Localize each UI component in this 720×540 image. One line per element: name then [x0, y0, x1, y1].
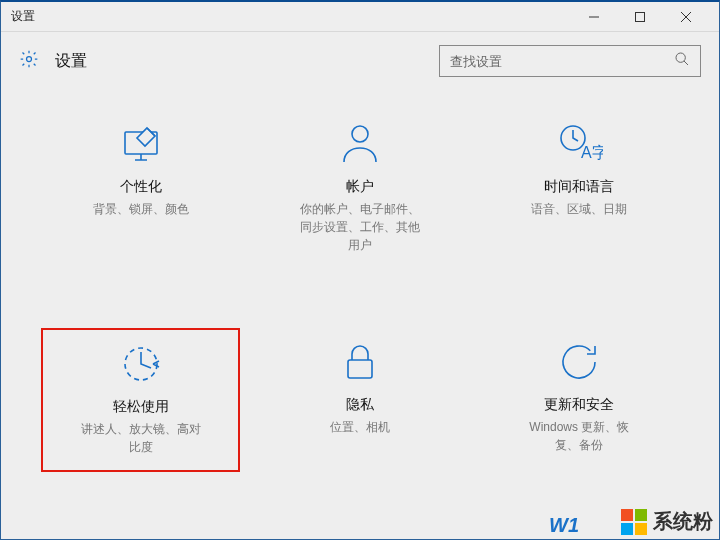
- close-button[interactable]: [663, 2, 709, 32]
- tile-accounts[interactable]: 帐户 你的帐户、电子邮件、 同步设置、工作、其他 用户: [260, 110, 459, 268]
- tile-title: 帐户: [346, 178, 374, 196]
- search-icon: [674, 51, 690, 71]
- tile-personalization[interactable]: 个性化 背景、锁屏、颜色: [41, 110, 240, 268]
- tile-update-security[interactable]: 更新和安全 Windows 更新、恢 复、备份: [480, 328, 679, 472]
- window-title: 设置: [11, 8, 35, 25]
- accounts-icon: [336, 120, 384, 168]
- tile-title: 隐私: [346, 396, 374, 414]
- tile-title: 轻松使用: [113, 398, 169, 416]
- gear-icon: [19, 49, 39, 73]
- maximize-button[interactable]: [617, 2, 663, 32]
- titlebar: 设置: [1, 2, 719, 32]
- privacy-icon: [336, 338, 384, 386]
- header: 设置: [1, 32, 719, 90]
- cut-text: W1: [549, 514, 579, 537]
- tile-desc: Windows 更新、恢 复、备份: [529, 418, 629, 454]
- settings-grid: 个性化 背景、锁屏、颜色 帐户 你的帐户、电子邮件、 同步设置、工作、其他 用户…: [41, 110, 679, 472]
- update-security-icon: [555, 338, 603, 386]
- svg-point-2: [676, 53, 685, 62]
- content-area: 个性化 背景、锁屏、颜色 帐户 你的帐户、电子邮件、 同步设置、工作、其他 用户…: [1, 90, 719, 539]
- page-title: 设置: [55, 51, 87, 72]
- svg-point-1: [27, 57, 32, 62]
- watermark: 系统粉: [621, 508, 713, 535]
- tile-title: 更新和安全: [544, 396, 614, 414]
- personalization-icon: [117, 120, 165, 168]
- svg-text:A字: A字: [581, 144, 603, 161]
- tile-desc: 背景、锁屏、颜色: [93, 200, 189, 218]
- tile-title: 时间和语言: [544, 178, 614, 196]
- svg-rect-8: [348, 360, 372, 378]
- svg-point-4: [352, 126, 368, 142]
- tile-privacy[interactable]: 隐私 位置、相机: [260, 328, 459, 472]
- windows-logo-icon: [621, 509, 647, 535]
- time-language-icon: A字: [555, 120, 603, 168]
- ease-of-access-icon: [117, 340, 165, 388]
- tile-ease-of-access[interactable]: 轻松使用 讲述人、放大镜、高对 比度: [41, 328, 240, 472]
- tile-desc: 位置、相机: [330, 418, 390, 436]
- settings-window: 设置 设置: [1, 2, 719, 539]
- tile-title: 个性化: [120, 178, 162, 196]
- tile-desc: 你的帐户、电子邮件、 同步设置、工作、其他 用户: [300, 200, 420, 254]
- tile-desc: 语音、区域、日期: [531, 200, 627, 218]
- svg-rect-0: [636, 12, 645, 21]
- minimize-button[interactable]: [571, 2, 617, 32]
- window-controls: [571, 2, 709, 32]
- search-box[interactable]: [439, 45, 701, 77]
- search-input[interactable]: [450, 54, 674, 69]
- tile-time-language[interactable]: A字 时间和语言 语音、区域、日期: [480, 110, 679, 268]
- tile-desc: 讲述人、放大镜、高对 比度: [81, 420, 201, 456]
- watermark-text: 系统粉: [653, 508, 713, 535]
